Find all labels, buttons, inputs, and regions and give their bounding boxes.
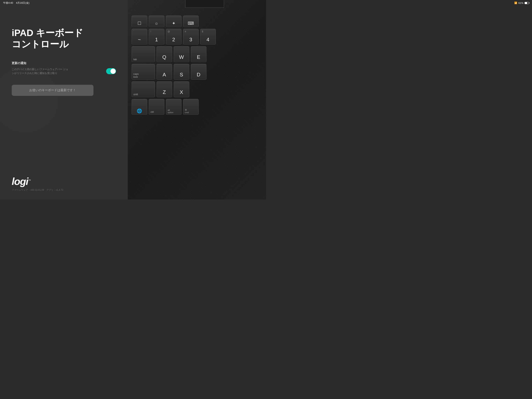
key-d[interactable]: D [191, 64, 206, 80]
key-main-tilde: ~ [138, 37, 141, 43]
key-a[interactable]: A [157, 64, 172, 80]
key-main-1: 1 [155, 37, 158, 43]
key-e[interactable]: E [191, 46, 206, 62]
key-tilde[interactable]: ` ~ [132, 29, 147, 45]
key-sub-dollar: $ [202, 30, 203, 33]
key-keyboard[interactable]: ⌨ [183, 16, 199, 27]
key-main-s: S [180, 72, 183, 78]
key-main-3: 3 [189, 37, 192, 43]
key-1[interactable]: ! 1 [149, 29, 164, 45]
left-panel: iPAD キーボード コントロール 更新の通知 このデバイス用の新しいファームウ… [0, 0, 128, 200]
title-line1: iPAD キーボード [12, 27, 116, 39]
capslock-label: capslock [133, 72, 139, 78]
right-panel: ☐ ☼ ✦ ⌨ ` ~ ! 1 [128, 0, 266, 200]
key-shift[interactable]: shift [132, 81, 155, 97]
bottom-row: 🌐 ctrl alt option ⌘ cmd [132, 99, 266, 115]
status-time: 午後4:40 4月16日(金) [3, 1, 29, 5]
cmd-symbol: ⌘ [185, 109, 187, 111]
key-3[interactable]: # 3 [183, 29, 199, 45]
tab-label: tab [133, 58, 137, 61]
screen-icon: ☐ [138, 21, 141, 26]
key-main-4: 4 [206, 37, 209, 43]
cmd-label: cmd [185, 111, 189, 114]
key-z[interactable]: Z [157, 81, 172, 97]
key-main-w: W [179, 54, 184, 60]
notification-label: 更新の通知 [12, 61, 116, 65]
title-line2: コントロール [12, 39, 116, 50]
key-x[interactable]: X [174, 81, 189, 97]
key-w[interactable]: W [174, 46, 189, 62]
key-ctrl[interactable]: ctrl [149, 99, 164, 115]
key-screen[interactable]: ☐ [132, 16, 147, 27]
number-row: ` ~ ! 1 @ 2 # 3 $ 4 [132, 29, 266, 45]
key-cmd[interactable]: ⌘ cmd [183, 99, 199, 115]
logi-logo: logi™ [12, 175, 116, 187]
key-main-d: D [197, 72, 200, 78]
keys-area: ☐ ☼ ✦ ⌨ ` ~ ! 1 [132, 16, 266, 200]
home-row: capslock A S D [132, 64, 266, 80]
toggle-knob [110, 69, 116, 74]
notification-toggle[interactable] [106, 68, 116, 74]
brightness-down-icon: ☼ [155, 21, 158, 26]
key-sub-excl: ! [151, 30, 151, 33]
key-2[interactable]: @ 2 [166, 29, 182, 45]
main-container: iPAD キーボード コントロール 更新の通知 このデバイス用の新しいファームウ… [0, 0, 266, 200]
key-q[interactable]: Q [157, 46, 172, 62]
key-main-2: 2 [172, 37, 175, 43]
bottom-section: logi™ ファームウェア：v00.13-01.09 アプリ：v1.4.72 [12, 175, 116, 192]
key-alt-option[interactable]: alt option [166, 99, 182, 115]
key-main-x: X [180, 89, 183, 95]
key-sub-backtick: ` [133, 30, 134, 33]
qwerty-row: tab Q W E [132, 46, 266, 62]
app-title: iPAD キーボード コントロール [12, 27, 116, 50]
update-button[interactable]: お使いのキーボードは最新です！ [12, 85, 94, 96]
key-sub-at: @ [168, 30, 170, 33]
notification-desc: このデバイス用の新しいファームウェアバー ジョンがリリースされた時に通知を受け取… [12, 67, 70, 75]
key-main-a: A [163, 72, 166, 78]
ctrl-label: ctrl [151, 110, 154, 114]
time: 午後4:40 [3, 1, 13, 4]
option-label: option [168, 111, 173, 114]
status-bar: 午後4:40 4月16日(金) 📶 61% [0, 0, 266, 6]
key-main-q: Q [162, 54, 166, 60]
key-s[interactable]: S [174, 64, 189, 80]
shift-row: shift Z X [132, 81, 266, 97]
notification-section: 更新の通知 このデバイス用の新しいファームウェアバー ジョンがリリースされた時に… [12, 61, 116, 75]
fn-row: ☐ ☼ ✦ ⌨ [132, 16, 266, 27]
shift-label: shift [133, 93, 138, 96]
key-main-e: E [197, 54, 200, 60]
key-globe[interactable]: 🌐 [132, 99, 147, 115]
key-main-z: Z [163, 89, 166, 95]
date: 4月16日(金) [16, 1, 29, 4]
key-sub-hash: # [185, 30, 186, 33]
globe-icon: 🌐 [137, 109, 142, 114]
firmware-info: ファームウェア：v00.13-01.09 アプリ：v1.4.72 [12, 188, 116, 192]
toggle-container[interactable] [106, 68, 116, 74]
logo-tm: ™ [28, 179, 30, 182]
notification-row: このデバイス用の新しいファームウェアバー ジョンがリリースされた時に通知を受け取… [12, 67, 116, 75]
key-capslock[interactable]: capslock [132, 64, 155, 80]
logo-text: logi [12, 176, 28, 187]
alt-label: alt [168, 109, 170, 111]
brightness-up-icon: ✦ [172, 21, 176, 26]
key-brightness-up[interactable]: ✦ [166, 16, 182, 27]
key-tab[interactable]: tab [132, 46, 155, 62]
key-brightness-down[interactable]: ☼ [149, 16, 164, 27]
key-4[interactable]: $ 4 [200, 29, 216, 45]
keyboard-icon: ⌨ [188, 21, 194, 26]
